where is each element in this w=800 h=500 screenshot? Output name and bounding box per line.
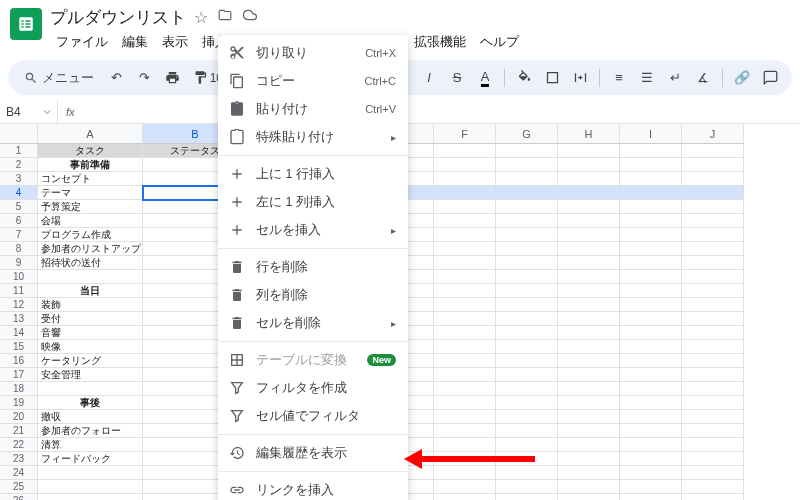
cell[interactable]	[496, 298, 558, 312]
sheets-logo[interactable]	[10, 8, 42, 40]
cell[interactable]	[38, 466, 143, 480]
row-header[interactable]: 23	[0, 452, 38, 466]
cell[interactable]	[434, 494, 496, 500]
ctx-insert_cells[interactable]: セルを挿入▸	[218, 216, 408, 244]
row-header[interactable]: 26	[0, 494, 38, 500]
row-header[interactable]: 25	[0, 480, 38, 494]
ctx-paste_special[interactable]: 特殊貼り付け▸	[218, 123, 408, 151]
cell[interactable]	[496, 172, 558, 186]
cell[interactable]	[682, 382, 744, 396]
cell[interactable]	[558, 438, 620, 452]
cell[interactable]	[434, 396, 496, 410]
cell[interactable]	[682, 340, 744, 354]
cell[interactable]	[38, 270, 143, 284]
star-icon[interactable]: ☆	[194, 8, 208, 27]
cell[interactable]	[682, 172, 744, 186]
cell[interactable]	[496, 144, 558, 158]
cell[interactable]	[682, 396, 744, 410]
cell[interactable]	[496, 158, 558, 172]
menu-拡張機能[interactable]: 拡張機能	[408, 31, 472, 54]
cell[interactable]: フィードバック	[38, 452, 143, 466]
cell[interactable]	[682, 144, 744, 158]
row-header[interactable]: 2	[0, 158, 38, 172]
cell[interactable]	[620, 326, 682, 340]
cell[interactable]	[434, 214, 496, 228]
row-header[interactable]: 10	[0, 270, 38, 284]
menu-ヘルプ[interactable]: ヘルプ	[474, 31, 525, 54]
cell[interactable]	[620, 382, 682, 396]
row-header[interactable]: 24	[0, 466, 38, 480]
ctx-insert_link[interactable]: リンクを挿入	[218, 476, 408, 500]
cell[interactable]	[496, 228, 558, 242]
row-header[interactable]: 21	[0, 424, 38, 438]
cell[interactable]	[496, 396, 558, 410]
row-header[interactable]: 3	[0, 172, 38, 186]
cell[interactable]	[558, 298, 620, 312]
cell[interactable]	[620, 242, 682, 256]
cell[interactable]	[558, 256, 620, 270]
cell[interactable]	[558, 340, 620, 354]
cell[interactable]	[558, 144, 620, 158]
cell[interactable]	[496, 312, 558, 326]
cell[interactable]	[434, 172, 496, 186]
col-header-G[interactable]: G	[496, 124, 558, 144]
cell[interactable]: コンセプト	[38, 172, 143, 186]
paint-format-button[interactable]	[188, 66, 212, 90]
row-header[interactable]: 15	[0, 340, 38, 354]
text-color-button[interactable]: A	[473, 66, 497, 90]
row-header[interactable]: 11	[0, 284, 38, 298]
rotate-button[interactable]: ∡	[691, 66, 715, 90]
cell[interactable]	[620, 452, 682, 466]
col-header-J[interactable]: J	[682, 124, 744, 144]
cell[interactable]	[558, 228, 620, 242]
ctx-edit_history[interactable]: 編集履歴を表示	[218, 439, 408, 467]
cell[interactable]	[682, 326, 744, 340]
cell[interactable]: 受付	[38, 312, 143, 326]
cell[interactable]	[558, 480, 620, 494]
name-box[interactable]: B4	[0, 100, 58, 123]
cell[interactable]	[496, 200, 558, 214]
cell[interactable]	[620, 410, 682, 424]
cell[interactable]	[434, 158, 496, 172]
cell[interactable]	[558, 424, 620, 438]
cell[interactable]	[38, 480, 143, 494]
cell[interactable]	[558, 214, 620, 228]
cell[interactable]	[620, 438, 682, 452]
cell[interactable]	[496, 410, 558, 424]
cell[interactable]	[682, 228, 744, 242]
print-button[interactable]	[160, 66, 184, 90]
cell[interactable]	[620, 144, 682, 158]
cell[interactable]	[620, 186, 682, 200]
cell[interactable]	[620, 368, 682, 382]
cell[interactable]	[496, 382, 558, 396]
ctx-filter_by[interactable]: セル値でフィルタ	[218, 402, 408, 430]
cell[interactable]	[558, 326, 620, 340]
cell[interactable]	[620, 214, 682, 228]
cell[interactable]: 参加者のフォロー	[38, 424, 143, 438]
cell[interactable]: 装飾	[38, 298, 143, 312]
ctx-delete_cells[interactable]: セルを削除▸	[218, 309, 408, 337]
cell[interactable]	[558, 382, 620, 396]
cell[interactable]	[620, 298, 682, 312]
cloud-icon[interactable]	[242, 8, 258, 27]
row-header[interactable]: 7	[0, 228, 38, 242]
cell[interactable]	[682, 480, 744, 494]
cell[interactable]	[434, 326, 496, 340]
cell[interactable]: 会場	[38, 214, 143, 228]
cell[interactable]: 清算	[38, 438, 143, 452]
cell[interactable]: 参加者のリストアップ	[38, 242, 143, 256]
row-header[interactable]: 16	[0, 354, 38, 368]
cell[interactable]	[682, 494, 744, 500]
cell[interactable]	[620, 354, 682, 368]
cell[interactable]: 当日	[38, 284, 143, 298]
italic-button[interactable]: I	[417, 66, 441, 90]
cell[interactable]	[620, 494, 682, 500]
cell[interactable]	[620, 172, 682, 186]
cell[interactable]	[682, 186, 744, 200]
cell[interactable]	[558, 410, 620, 424]
row-header[interactable]: 22	[0, 438, 38, 452]
cell[interactable]	[434, 200, 496, 214]
cell[interactable]	[620, 284, 682, 298]
ctx-delete_col[interactable]: 列を削除	[218, 281, 408, 309]
cell[interactable]	[558, 494, 620, 500]
